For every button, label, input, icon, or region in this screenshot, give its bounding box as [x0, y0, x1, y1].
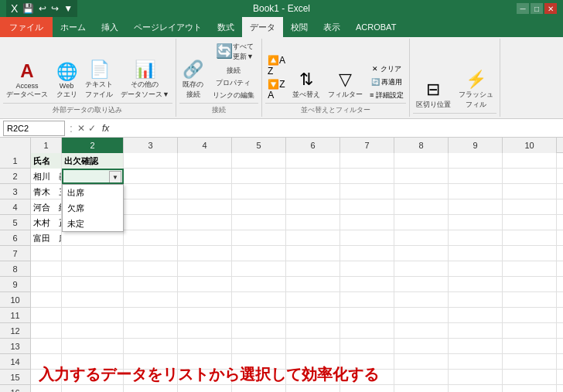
row-header-6[interactable]: 6 [0, 230, 30, 246]
cell-r9c1[interactable] [31, 277, 62, 292]
cell-r13c5[interactable] [232, 339, 286, 354]
cell-r2c10[interactable] [503, 169, 557, 184]
sort-button[interactable]: ⇅ 並べ替え [289, 70, 323, 101]
cell-r7c3[interactable] [124, 246, 178, 261]
cell-r11c5[interactable] [232, 308, 286, 323]
cell-r3c3[interactable] [124, 184, 178, 199]
cell-r9c2[interactable] [62, 277, 124, 292]
col-header-9[interactable]: 9 [449, 138, 503, 153]
cell-r6c1[interactable]: 富田 康子 [31, 230, 62, 246]
cell-r5c8[interactable] [394, 215, 449, 230]
cell-r5c1[interactable]: 木村 正二 [31, 215, 62, 230]
cell-r8c7[interactable] [340, 261, 394, 277]
cell-r4c1[interactable]: 河合 紀子 [31, 199, 62, 215]
flash-fill-button[interactable]: ⚡ フラッシュフィル [456, 70, 496, 111]
cell-r9c8[interactable] [394, 277, 449, 292]
cell-r1c2[interactable]: 出欠確認 [62, 153, 124, 169]
cell-r11c9[interactable] [449, 308, 503, 323]
other-sources-button[interactable]: 📊 その他のデータソース▼ [118, 60, 172, 101]
cell-r3c6[interactable] [286, 184, 340, 199]
cell-r10c4[interactable] [178, 292, 232, 308]
cell-r9c10[interactable] [503, 277, 557, 292]
cell-r5c10[interactable] [503, 215, 557, 230]
col-header-6[interactable]: 6 [286, 138, 340, 153]
row-header-8[interactable]: 8 [0, 261, 30, 277]
cell-r2c9[interactable] [449, 169, 503, 184]
cell-r3c5[interactable] [232, 184, 286, 199]
reapply-button[interactable]: 🔄 再適用 [367, 77, 406, 88]
cell-r7c9[interactable] [449, 246, 503, 261]
cell-r14c8[interactable] [394, 354, 449, 370]
cell-r16c1[interactable] [31, 385, 62, 392]
col-header-3[interactable]: 3 [124, 138, 178, 153]
cell-r16c2[interactable] [62, 385, 124, 392]
cell-r14c9[interactable] [449, 354, 503, 370]
cell-r6c9[interactable] [449, 230, 503, 246]
customize-qa-button[interactable]: ▼ [62, 3, 74, 14]
cell-r5c6[interactable] [286, 215, 340, 230]
cell-r15c8[interactable] [394, 370, 449, 385]
cell-r9c7[interactable] [340, 277, 394, 292]
cell-r12c7[interactable] [340, 323, 394, 339]
clear-button[interactable]: ✕ クリア [367, 63, 406, 75]
cell-r3c7[interactable] [340, 184, 394, 199]
cell-r16c9[interactable] [449, 385, 503, 392]
cell-r16c6[interactable] [286, 385, 340, 392]
cell-r5c4[interactable] [178, 215, 232, 230]
cell-r1c9[interactable] [449, 153, 503, 169]
cell-r11c2[interactable] [62, 308, 124, 323]
cell-r12c5[interactable] [232, 323, 286, 339]
cell-r7c8[interactable] [394, 246, 449, 261]
cell-r12c3[interactable] [124, 323, 178, 339]
cell-r1c5[interactable] [232, 153, 286, 169]
cell-r2c5[interactable] [232, 169, 286, 184]
cell-r2c7[interactable] [340, 169, 394, 184]
formula-input[interactable] [112, 121, 560, 136]
dropdown-item-absent[interactable]: 欠席 [63, 200, 123, 216]
cell-r15c9[interactable] [449, 370, 503, 385]
row-header-11[interactable]: 11 [0, 308, 30, 323]
row-header-15[interactable]: 15 [0, 370, 30, 385]
save-qa-button[interactable]: 💾 [21, 3, 36, 14]
tab-home[interactable]: ホーム [53, 17, 94, 37]
cell-r1c7[interactable] [340, 153, 394, 169]
text-file-button[interactable]: 📄 テキストファイル [82, 60, 116, 101]
tab-file[interactable]: ファイル [0, 17, 53, 37]
cell-r4c4[interactable] [178, 199, 232, 215]
row-header-12[interactable]: 12 [0, 323, 30, 339]
cell-r6c10[interactable] [503, 230, 557, 246]
connection-props-button[interactable]: 接続 [210, 65, 257, 77]
name-box[interactable] [3, 121, 65, 136]
cell-r8c10[interactable] [503, 261, 557, 277]
cell-r13c7[interactable] [340, 339, 394, 354]
cell-r16c10[interactable] [503, 385, 557, 392]
cell-r8c9[interactable] [449, 261, 503, 277]
cell-r3c8[interactable] [394, 184, 449, 199]
cell-r10c8[interactable] [394, 292, 449, 308]
row-header-2[interactable]: 2 [0, 169, 30, 184]
confirm-icon[interactable]: ✓ [88, 123, 96, 134]
cell-r10c3[interactable] [124, 292, 178, 308]
cell-r6c4[interactable] [178, 230, 232, 246]
cell-r8c5[interactable] [232, 261, 286, 277]
cell-r3c10[interactable] [503, 184, 557, 199]
sort-desc-button[interactable]: 🔽ZA [265, 78, 288, 101]
cell-r16c3[interactable] [124, 385, 178, 392]
row-header-1[interactable]: 1 [0, 153, 30, 169]
cell-r7c6[interactable] [286, 246, 340, 261]
cell-r4c3[interactable] [124, 199, 178, 215]
cell-r2c6[interactable] [286, 169, 340, 184]
advanced-button[interactable]: ≡ 詳細設定 [367, 90, 406, 101]
col-header-1[interactable]: 1 [31, 138, 62, 153]
properties-button[interactable]: プロパティ [210, 77, 257, 89]
cell-r16c5[interactable] [232, 385, 286, 392]
cell-r1c4[interactable] [178, 153, 232, 169]
tab-view[interactable]: 表示 [316, 17, 348, 37]
dropdown-item-attend[interactable]: 出席 [63, 185, 123, 200]
cell-r8c3[interactable] [124, 261, 178, 277]
cell-r11c3[interactable] [124, 308, 178, 323]
tab-acrobat[interactable]: ACROBAT [348, 17, 404, 37]
cell-r5c9[interactable] [449, 215, 503, 230]
cell-r9c6[interactable] [286, 277, 340, 292]
cell-r12c2[interactable] [62, 323, 124, 339]
